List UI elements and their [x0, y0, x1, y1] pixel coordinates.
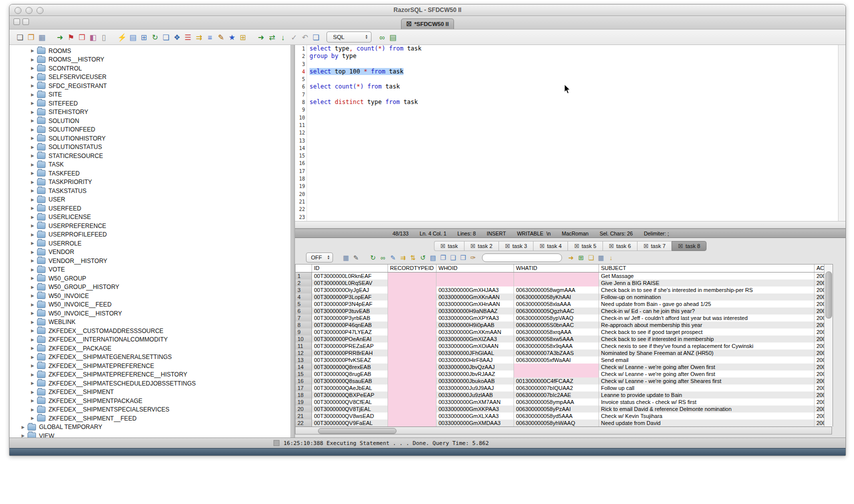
- table-cell[interactable]: Need update from Bain - gave go ahead 1/…: [599, 300, 814, 308]
- row-number-cell[interactable]: 2: [296, 280, 312, 286]
- tree-item[interactable]: ▶ZKFEDEX__SHIPMATEPREFERENCE__HISTORY: [10, 370, 290, 380]
- table-cell[interactable]: 00T3000000QBXPeEAP: [312, 392, 388, 398]
- open-file-icon[interactable]: ❐: [26, 34, 36, 41]
- table-row[interactable]: 1900T3000000QV8CfEAL0033000000GmXM7AAN00…: [296, 398, 824, 406]
- tree-item[interactable]: ▶W50_INVOICE__FEED: [10, 300, 290, 310]
- table-cell[interactable]: 00630000005xfWaAAI: [514, 356, 599, 364]
- table-cell[interactable]: 006300000058xw5AAA: [514, 336, 599, 342]
- describe-list-icon[interactable]: ▤: [388, 34, 398, 41]
- disclosure-triangle-icon[interactable]: ▶: [30, 128, 36, 132]
- table-cell[interactable]: 0033000000GmXOiAAN: [436, 342, 514, 350]
- table-cell[interactable]: 006300000058wgmAAA: [514, 286, 599, 294]
- disclosure-triangle-icon[interactable]: ▶: [30, 408, 36, 412]
- table-cell[interactable]: 00T3000000P47LYEAZ: [312, 328, 388, 336]
- table-cell[interactable]: Get Massage: [599, 272, 814, 280]
- table-cell[interactable]: [514, 280, 599, 286]
- tree-item[interactable]: ▶STATICRESOURCE: [10, 152, 290, 160]
- table-cell[interactable]: Check-in w/ Jeff - couldn't afford last …: [599, 314, 814, 322]
- tree-item[interactable]: ▶VOTE: [10, 266, 290, 274]
- column-header[interactable]: WHOID: [436, 264, 514, 272]
- table-cell[interactable]: [388, 322, 436, 328]
- table-cell[interactable]: [388, 406, 436, 412]
- table-cell[interactable]: Re-approach about membership this year: [599, 322, 814, 328]
- save-results-icon[interactable]: ▦: [341, 254, 351, 261]
- table-cell[interactable]: Invoice status check - check w/ RS first: [599, 398, 814, 406]
- form-view-icon[interactable]: ❐: [438, 254, 448, 261]
- tree-item[interactable]: ▶SFDC_REGISTRANT: [10, 82, 290, 90]
- disclosure-triangle-icon[interactable]: ▶: [30, 258, 36, 263]
- tree-item[interactable]: ▶ZKFEDEX__CUSTOMADDRESSSOURCE: [10, 326, 290, 336]
- disclosure-triangle-icon[interactable]: ▶: [30, 136, 36, 140]
- tree-item[interactable]: ▶GLOBAL TEMPORARY: [10, 423, 290, 432]
- row-number-cell[interactable]: 18: [296, 392, 312, 398]
- table-cell[interactable]: 0033000000H9i0pAAB: [436, 322, 514, 328]
- disclosure-triangle-icon[interactable]: ▶: [30, 320, 36, 324]
- row-number-cell[interactable]: 11: [296, 342, 312, 350]
- table-cell[interactable]: 200: [814, 370, 824, 378]
- row-number-cell[interactable]: 9: [296, 328, 312, 336]
- table-cell[interactable]: 200: [814, 280, 824, 286]
- tree-item[interactable]: ▶VIEW: [10, 432, 290, 438]
- row-number-cell[interactable]: 8: [296, 322, 312, 328]
- disclosure-triangle-icon[interactable]: ▶: [30, 188, 36, 193]
- tree-item[interactable]: ▶VENDOR: [10, 248, 290, 257]
- table-cell[interactable]: 00630000005S0bnAAC: [514, 322, 599, 328]
- table-cell[interactable]: [436, 280, 514, 286]
- table-row[interactable]: 2000T3000000QV8TjEAL0033000000GmXKPAA300…: [296, 406, 824, 412]
- table-cell[interactable]: 00630000007bIQUAA2: [514, 384, 599, 392]
- table-cell[interactable]: 00T3000000Q8rugEAB: [312, 370, 388, 378]
- table-row[interactable]: 1800T3000000QBXPeEAP0033000000Ju9zlAAB00…: [296, 392, 824, 398]
- sql-code-area[interactable]: select type, count(*) from taskgroup by …: [307, 45, 838, 221]
- close-tab-icon[interactable]: ☒: [678, 244, 683, 249]
- table-row[interactable]: 1600T3000000Q8sauEAB0033000000JbukoAAB00…: [296, 378, 824, 384]
- table-cell[interactable]: 0033000000GmXMDAA3: [436, 420, 514, 426]
- table-cell[interactable]: 0033000000H9aNBAAZ: [436, 308, 514, 314]
- tree-item[interactable]: ▶USERROLE: [10, 239, 290, 248]
- reference-book-icon[interactable]: ❖: [172, 34, 182, 41]
- generate-script-icon[interactable]: ❏: [586, 254, 596, 261]
- disclosure-triangle-icon[interactable]: ▶: [30, 180, 36, 184]
- tree-item[interactable]: ▶ZKFEDEX__SHIPMATEPREFERENCE: [10, 362, 290, 370]
- scrollbar-thumb[interactable]: [318, 428, 396, 434]
- database-icon[interactable]: ▯: [98, 34, 110, 41]
- table-cell[interactable]: Check w/ Leanne - we're going after Shea…: [599, 378, 814, 384]
- table-cell[interactable]: 00T3000000P3yrbEAB: [312, 314, 388, 322]
- disclosure-triangle-icon[interactable]: ▶: [30, 198, 36, 202]
- close-tab-icon[interactable]: ☒: [609, 244, 614, 249]
- editor-vertical-scrollbar[interactable]: [838, 45, 846, 221]
- column-header[interactable]: AC: [814, 264, 824, 272]
- export-results-icon[interactable]: ⊞: [576, 254, 586, 261]
- table-vertical-scrollbar[interactable]: [824, 264, 832, 426]
- table-lookup-icon[interactable]: ⊞: [238, 34, 248, 41]
- table-row[interactable]: 200T3000000L0RqSEAVGive Jenn a BIG RAISE…: [296, 280, 824, 286]
- result-tab[interactable]: ☒task: [434, 241, 464, 251]
- result-tab[interactable]: ☒task 7: [637, 241, 672, 251]
- tree-item[interactable]: ▶SOLUTIONSTATUS: [10, 143, 290, 152]
- disclosure-triangle-icon[interactable]: ▶: [30, 224, 36, 228]
- title-bar[interactable]: RazorSQL - SFDCW50 II: [10, 4, 846, 16]
- table-cell[interactable]: [388, 398, 436, 406]
- table-cell[interactable]: [388, 328, 436, 336]
- table-cell[interactable]: Follow up call: [599, 384, 814, 392]
- row-number-cell[interactable]: 10: [296, 336, 312, 342]
- result-tab[interactable]: ☒task 8: [672, 241, 706, 251]
- tree-item[interactable]: ▶ZKFEDEX__INTERNATIONALCOMMODITY: [10, 336, 290, 344]
- row-number-cell[interactable]: 1: [296, 272, 312, 280]
- quick-reference-icon[interactable]: ∞: [376, 34, 388, 41]
- table-cell[interactable]: 00T3000000QV9FaEAL: [312, 420, 388, 426]
- table-row[interactable]: 1500T3000000Q8rugEAB0033000000JbvRJAAZCh…: [296, 370, 824, 378]
- disclosure-triangle-icon[interactable]: ▶: [30, 92, 36, 97]
- table-cell[interactable]: [388, 280, 436, 286]
- table-cell[interactable]: [388, 420, 436, 426]
- tree-item[interactable]: ▶TASKPRIORITY: [10, 178, 290, 187]
- tree-item[interactable]: ▶ROOMS__HISTORY: [10, 56, 290, 64]
- table-cell[interactable]: Leanne to provide update to Bain: [599, 392, 814, 398]
- table-cell[interactable]: 200: [814, 300, 824, 308]
- table-cell[interactable]: 0033000000GmXHJAA3: [436, 286, 514, 294]
- sort-rows-icon[interactable]: ⇅: [408, 254, 418, 261]
- table-cell[interactable]: 0033000000GmXKPAA3: [436, 406, 514, 412]
- disclosure-triangle-icon[interactable]: ▶: [30, 58, 36, 62]
- table-cell[interactable]: [388, 294, 436, 300]
- tree-item[interactable]: ▶SCONTROL: [10, 64, 290, 73]
- align-lines-icon[interactable]: ≡: [204, 34, 216, 41]
